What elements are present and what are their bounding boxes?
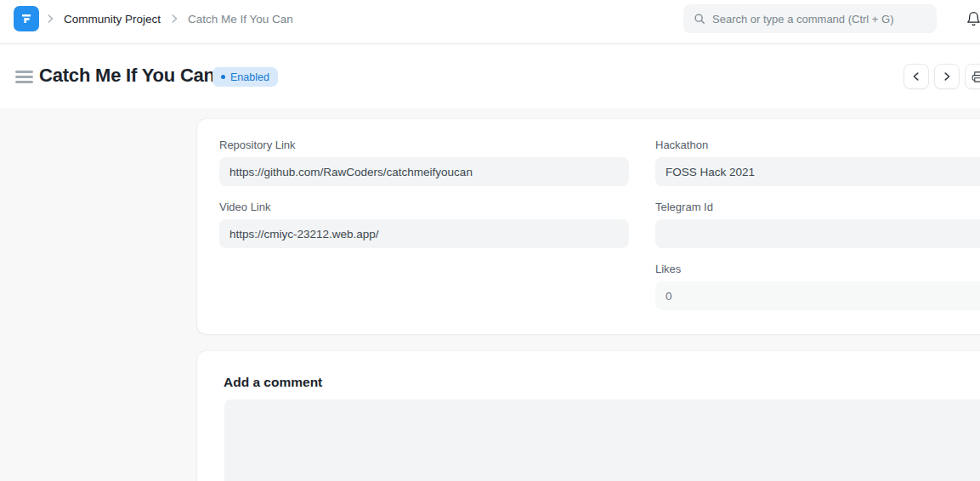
status-dot-icon	[221, 75, 225, 79]
comment-input[interactable]	[224, 399, 980, 481]
menu-icon	[15, 76, 33, 78]
navbar: Community Project Catch Me If You Can	[0, 0, 980, 44]
menu-icon	[15, 71, 33, 73]
frappe-logo-icon	[19, 11, 34, 26]
breadcrumb-chevron-icon	[168, 13, 180, 25]
field-hackathon: Hackathon	[655, 139, 980, 186]
menu-icon	[15, 81, 33, 83]
field-label: Video Link	[219, 201, 629, 213]
status-badge: Enabled	[212, 67, 278, 87]
field-label: Telegram Id	[655, 201, 980, 213]
notification-bell-button[interactable]	[964, 9, 980, 28]
breadcrumb-item-catch-me-if-you-can[interactable]: Catch Me If You Can	[188, 13, 293, 25]
chevron-right-icon	[941, 71, 953, 82]
app: Community Project Catch Me If You Can	[0, 0, 980, 481]
telegram-id-input[interactable]	[655, 219, 980, 248]
video-link-input[interactable]	[219, 219, 629, 248]
comment-card: Add a comment	[197, 351, 980, 481]
form-card: Repository Link Video Link Hackathon Tel…	[197, 119, 980, 334]
search-bar[interactable]	[683, 4, 937, 33]
sidebar-toggle-button[interactable]	[15, 69, 33, 85]
breadcrumb: Community Project Catch Me If You Can	[44, 0, 293, 37]
bell-icon	[966, 11, 980, 27]
repository-link-input[interactable]	[219, 157, 629, 186]
field-repository-link: Repository Link	[219, 139, 629, 186]
likes-input[interactable]	[655, 281, 980, 310]
chevron-left-icon	[910, 71, 922, 82]
field-label: Repository Link	[219, 139, 629, 151]
print-button[interactable]	[965, 64, 980, 89]
search-input[interactable]	[712, 13, 926, 25]
page-title: Catch Me If You Can	[39, 65, 215, 87]
breadcrumb-item-community-project[interactable]: Community Project	[64, 13, 161, 25]
field-likes: Likes	[655, 263, 980, 310]
field-label: Likes	[655, 263, 980, 275]
comment-heading: Add a comment	[224, 375, 322, 390]
printer-icon	[972, 71, 980, 83]
search-icon	[694, 13, 705, 25]
next-document-button[interactable]	[934, 64, 960, 89]
breadcrumb-chevron-icon	[44, 13, 56, 25]
field-label: Hackathon	[655, 139, 980, 151]
field-telegram-id: Telegram Id	[655, 201, 980, 248]
previous-document-button[interactable]	[904, 64, 929, 89]
frappe-logo-button[interactable]	[14, 6, 39, 31]
app-viewport: Community Project Catch Me If You Can	[0, 0, 980, 481]
main-content: Repository Link Video Link Hackathon Tel…	[0, 108, 980, 481]
hackathon-input[interactable]	[655, 157, 980, 186]
status-label: Enabled	[230, 71, 269, 83]
field-video-link: Video Link	[219, 201, 629, 248]
